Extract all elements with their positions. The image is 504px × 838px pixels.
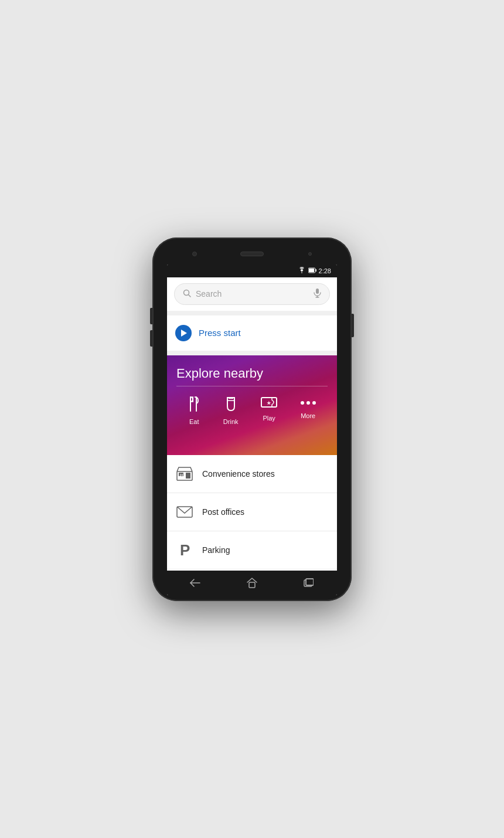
svg-marker-14 [267,401,271,405]
status-bar: 2:28 [167,264,337,277]
svg-rect-5 [316,289,319,294]
camera [192,252,197,256]
svg-rect-34 [306,579,314,585]
app-content: Search Press start [167,277,337,571]
parking-icon: P [175,541,194,559]
svg-text:P: P [180,542,190,558]
play-icon [181,330,187,337]
status-time: 2:28 [319,267,331,274]
more-label: More [301,412,315,419]
explore-cat-more[interactable]: More [300,396,316,419]
eat-label: Eat [189,418,199,425]
convenience-label: Convenience stores [202,469,275,479]
svg-rect-2 [309,269,314,272]
power-button[interactable] [352,314,354,337]
phone-screen: 2:28 Search [167,264,337,595]
explore-cat-eat[interactable]: Eat [188,396,200,425]
list-item-post[interactable]: Post offices [167,493,337,531]
search-bar-container: Search [167,277,337,311]
svg-text:24: 24 [180,473,183,476]
wifi-icon [298,267,306,274]
svg-point-17 [312,401,316,405]
explore-cat-play[interactable]: Play [261,396,277,422]
play-ticket-icon [261,396,277,411]
search-bar[interactable]: Search [174,283,330,305]
svg-rect-1 [315,269,316,272]
more-icon [300,396,316,409]
play-label: Play [263,415,275,422]
list-item-parking[interactable]: P Parking [167,531,337,569]
svg-rect-32 [249,582,255,588]
back-button[interactable] [186,574,204,592]
explore-content: Explore nearby [167,355,337,455]
press-start-icon [175,325,192,341]
volume-down-button[interactable] [150,330,152,347]
list-section: 24 Convenience stores Post offices [167,455,337,571]
list-item-convenience[interactable]: 24 Convenience stores [167,455,337,493]
explore-cat-drink[interactable]: Drink [223,396,239,425]
svg-rect-20 [186,473,190,479]
svg-rect-12 [229,398,233,399]
mic-icon[interactable] [314,289,321,300]
svg-line-4 [189,294,191,297]
recents-button[interactable] [300,574,318,592]
home-button[interactable] [243,574,261,592]
post-icon [175,503,194,521]
explore-title: Explore nearby [176,366,328,381]
sensor [308,252,312,256]
explore-banner: Explore nearby [167,355,337,455]
phone-nav-bar [167,571,337,595]
svg-point-15 [301,401,304,405]
phone-top-bar [152,243,352,264]
parking-label: Parking [202,545,230,555]
speaker [240,252,264,256]
search-placeholder: Search [196,289,309,298]
svg-point-16 [307,401,310,405]
explore-divider [176,386,328,386]
press-start-card[interactable]: Press start [167,315,337,351]
drink-icon [225,396,237,415]
explore-categories: Eat Drink [176,396,328,425]
volume-up-button[interactable] [150,308,152,324]
battery-icon [308,267,316,274]
convenience-icon: 24 [175,464,194,483]
drink-label: Drink [223,418,239,425]
post-label: Post offices [202,507,244,517]
eat-icon [188,396,200,415]
status-icons: 2:28 [298,267,331,274]
phone-device: 2:28 Search [152,238,352,601]
search-icon [183,289,191,299]
press-start-label: Press start [199,328,241,338]
